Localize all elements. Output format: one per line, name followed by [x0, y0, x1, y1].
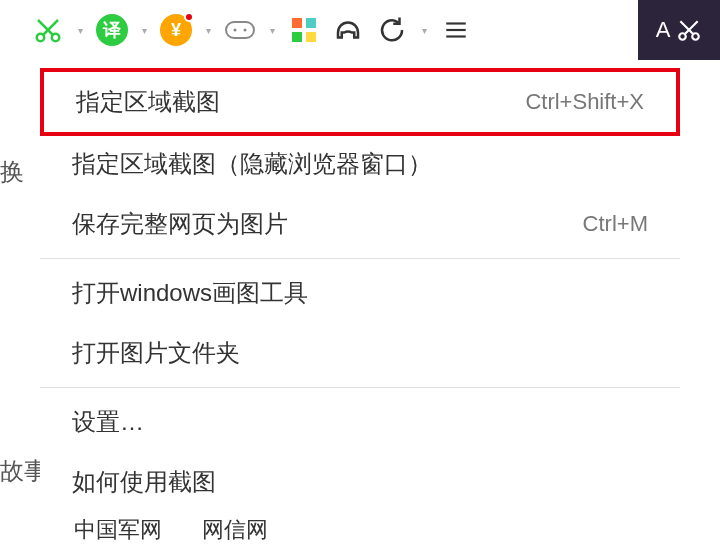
separator: [40, 387, 680, 388]
menu-open-folder[interactable]: 打开图片文件夹: [40, 323, 680, 383]
menu-label: 设置…: [72, 406, 144, 438]
menu-settings[interactable]: 设置…: [40, 392, 680, 452]
svg-rect-8: [306, 32, 316, 42]
svg-rect-7: [292, 32, 302, 42]
svg-rect-5: [292, 18, 302, 28]
screenshot-dropdown: 指定区域截图 Ctrl+Shift+X 指定区域截图（隐藏浏览器窗口） 保存完整…: [40, 70, 680, 512]
menu-help[interactable]: 如何使用截图: [40, 452, 680, 512]
background-text: 换: [0, 156, 24, 188]
menu-label: 保存完整网页为图片: [72, 208, 288, 240]
svg-rect-6: [306, 18, 316, 28]
menu-shortcut: Ctrl+M: [583, 211, 648, 237]
dark-panel: A: [638, 0, 720, 60]
svg-point-4: [244, 29, 247, 32]
chevron-down-icon[interactable]: ▾: [138, 25, 150, 36]
headphones-icon[interactable]: [330, 12, 366, 48]
background-links: 中国军网 网信网: [74, 515, 268, 545]
menu-shortcut: Ctrl+Shift+X: [525, 89, 644, 115]
chevron-down-icon[interactable]: ▾: [74, 25, 86, 36]
chevron-down-icon[interactable]: ▾: [266, 25, 278, 36]
menu-open-paint[interactable]: 打开windows画图工具: [40, 263, 680, 323]
menu-label: 打开图片文件夹: [72, 337, 240, 369]
currency-icon[interactable]: ¥: [158, 12, 194, 48]
chevron-down-icon[interactable]: ▾: [202, 25, 214, 36]
menu-capture-area[interactable]: 指定区域截图 Ctrl+Shift+X: [40, 68, 680, 136]
separator: [40, 258, 680, 259]
chevron-down-icon[interactable]: ▾: [418, 25, 430, 36]
menu-label: 指定区域截图（隐藏浏览器窗口）: [72, 148, 432, 180]
link-fragment[interactable]: 网信网: [202, 515, 268, 545]
grid-icon[interactable]: [286, 12, 322, 48]
menu-label: 打开windows画图工具: [72, 277, 308, 309]
svg-point-3: [234, 29, 237, 32]
hamburger-menu-icon[interactable]: [438, 12, 474, 48]
letter-badge: A: [656, 17, 671, 43]
toolbar: ▾ 译 ▾ ¥ ▾ ▾ ▾: [0, 0, 720, 60]
menu-label: 如何使用截图: [72, 466, 216, 498]
scissors-icon[interactable]: [30, 12, 66, 48]
svg-rect-2: [226, 22, 254, 38]
menu-capture-area-hide[interactable]: 指定区域截图（隐藏浏览器窗口）: [40, 134, 680, 194]
gamepad-icon[interactable]: [222, 12, 258, 48]
undo-icon[interactable]: [374, 12, 410, 48]
translate-icon[interactable]: 译: [94, 12, 130, 48]
menu-label: 指定区域截图: [76, 86, 220, 118]
scissors-white-icon[interactable]: [676, 17, 702, 43]
link-fragment[interactable]: 中国军网: [74, 515, 162, 545]
menu-save-full-page[interactable]: 保存完整网页为图片 Ctrl+M: [40, 194, 680, 254]
